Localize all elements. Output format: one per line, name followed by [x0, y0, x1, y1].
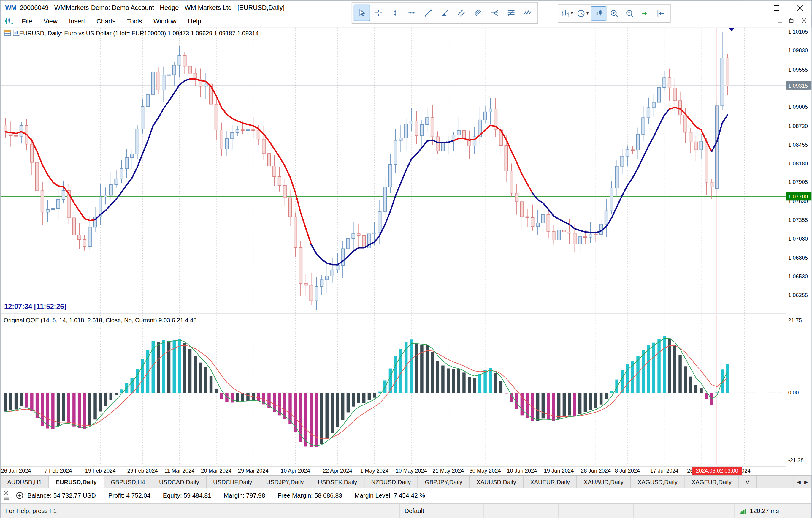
account-metric: Margin: 797.98: [224, 492, 265, 499]
symbol-tabs: AUDUSD,H1EURUSD,DailyGBPUSD,H4USDCAD,Dai…: [1, 476, 757, 488]
candlestick-type-button[interactable]: [591, 6, 606, 21]
fibonacci-retracement-tool-button[interactable]: [503, 5, 519, 21]
regression-channel-tool-button[interactable]: [470, 5, 487, 21]
status-cell-empty: [484, 504, 559, 518]
qqe-axis-label: -21.38: [788, 457, 804, 463]
chart-restore-button[interactable]: [788, 17, 795, 24]
auto-scroll-button[interactable]: [653, 6, 668, 21]
date-axis-label: 1 May 2024: [357, 467, 392, 474]
qqe-slow-line: [5, 346, 727, 439]
qqe-indicator-canvas[interactable]: [1, 315, 786, 465]
mini-chart-icon: [13, 30, 20, 36]
chart-close-button[interactable]: [800, 17, 807, 24]
profile-selector[interactable]: Default: [400, 504, 484, 518]
menu-item-view[interactable]: View: [38, 15, 63, 27]
chevron-down-icon: ▼: [570, 11, 574, 16]
level-price-badge: 1.07700: [786, 192, 812, 200]
expand-positions-button[interactable]: [16, 492, 23, 499]
symbol-tab[interactable]: XAGUSD,Daily: [631, 476, 685, 488]
symbol-tab[interactable]: XAGEUR,Daily: [685, 476, 739, 488]
chart-shift-marker: [729, 28, 734, 31]
price-chart-canvas[interactable]: [1, 27, 786, 313]
symbol-tab[interactable]: XAUAUD,Daily: [577, 476, 631, 488]
status-cell-empty: [634, 504, 735, 518]
symbol-tab[interactable]: USDCHF,Daily: [206, 476, 259, 488]
menu-items: FileViewInsertChartsToolsWindowHelp: [16, 15, 207, 27]
toolbox-menu-button[interactable]: [4, 497, 9, 500]
zoom-in-button[interactable]: [606, 6, 622, 21]
chart-window-controls: [776, 17, 808, 24]
symbol-tab[interactable]: GBPUSD,H4: [104, 476, 152, 488]
connection-bars-icon: [740, 508, 747, 514]
price-axis-label: 1.07355: [788, 217, 808, 223]
equidistant-channel-tool-button[interactable]: [453, 5, 470, 21]
menu-item-tools[interactable]: Tools: [121, 15, 148, 27]
minimize-window-button[interactable]: [742, 1, 765, 15]
trend-angle-icon: [441, 9, 449, 17]
menu-item-window[interactable]: Window: [148, 15, 182, 27]
restore-icon: [789, 18, 794, 23]
date-axis-label: 22 Apr 2024: [320, 467, 355, 474]
date-axis-label: 8 Jul 2024: [610, 467, 645, 474]
account-metric: Free Margin: 58 686.83: [278, 492, 342, 499]
crosshair-tool-button[interactable]: [370, 5, 387, 21]
price-axis[interactable]: 1.101051.098301.095551.092801.090051.087…: [786, 27, 812, 475]
chart-minimize-button[interactable]: [776, 17, 784, 24]
close-toolbox-button[interactable]: [4, 491, 8, 495]
candlesticks: [4, 32, 729, 310]
application-window: WM 20006049 - WMMarkets-Demo: Demo Accou…: [0, 0, 812, 518]
tabs-scroll-right-button[interactable]: ▶: [804, 479, 808, 484]
chart-shift-icon: [641, 9, 649, 18]
ma-line: [5, 79, 727, 265]
symbol-tab[interactable]: XAUEUR,Daily: [523, 476, 577, 488]
connection-status[interactable]: 120.27 ms: [735, 504, 811, 518]
maximize-window-button[interactable]: [765, 1, 788, 15]
quote-panel-icon: [4, 30, 11, 36]
symbol-tab[interactable]: EURUSD,Daily: [49, 476, 104, 488]
chart-type-bars-button[interactable]: ▼: [560, 6, 575, 21]
date-axis[interactable]: 26 Jan 20247 Feb 202419 Feb 202429 Feb 2…: [1, 466, 786, 475]
auto-scroll-icon: [657, 9, 665, 18]
symbol-tab[interactable]: NZDUSD,Daily: [365, 476, 418, 488]
date-axis-label: 10 May 2024: [394, 467, 429, 474]
symbol-tab[interactable]: GBPJPY,Daily: [418, 476, 470, 488]
menu-item-insert[interactable]: Insert: [63, 15, 91, 27]
symbol-tab[interactable]: USDSEK,Daily: [311, 476, 365, 488]
tabs-scroll-left-button[interactable]: ◀: [797, 479, 801, 484]
symbol-tab[interactable]: V: [739, 476, 756, 488]
crosshair-icon: [375, 9, 383, 17]
pitchfork-icon: [490, 9, 499, 17]
trend-angle-tool-button[interactable]: [437, 5, 453, 21]
chart-window[interactable]: EURUSD, Daily: Euro vs US Dollar (1 lot=…: [1, 27, 812, 475]
cursor-tool-button[interactable]: [354, 5, 370, 21]
menu-item-file[interactable]: File: [16, 15, 38, 27]
vertical-line-tool-button[interactable]: [387, 5, 403, 21]
price-axis-label: 1.07905: [788, 179, 808, 185]
chart-shift-button[interactable]: [637, 6, 653, 21]
menu-item-charts[interactable]: Charts: [91, 15, 121, 27]
account-metric: Margin Level: 7 454.42 %: [355, 492, 425, 499]
andrews-pitchfork-tool-button[interactable]: [486, 5, 503, 21]
date-axis-label: 21 May 2024: [431, 467, 466, 474]
timeframes-button[interactable]: ▼: [576, 6, 591, 21]
horizontal-line-tool-button[interactable]: [403, 5, 420, 21]
zoom-out-button[interactable]: [622, 6, 637, 21]
symbol-tab[interactable]: USDCAD,Daily: [152, 476, 206, 488]
minimize-icon: [778, 18, 782, 23]
close-icon: [801, 18, 806, 23]
symbol-tab[interactable]: USDJPY,Daily: [259, 476, 311, 488]
cursor-icon: [358, 9, 366, 17]
elliott-wave-tool-button[interactable]: [519, 5, 536, 21]
menu-item-help[interactable]: Help: [182, 15, 207, 27]
symbol-tab[interactable]: AUDUSD,H1: [1, 476, 49, 488]
symbol-tab[interactable]: XAUUSD,Daily: [470, 476, 524, 488]
cursor-date-badge: 2024.08.02 03:00: [692, 467, 742, 474]
date-axis-label: 17 Jul 2024: [647, 467, 682, 474]
close-window-button[interactable]: [788, 1, 812, 15]
price-axis-label: 1.08730: [788, 123, 808, 129]
line-studies-toolbar: [352, 2, 538, 24]
panel-divider[interactable]: [1, 313, 786, 314]
price-axis-label: 1.06530: [788, 273, 808, 279]
trendline-tool-button[interactable]: [420, 5, 437, 21]
account-metric: Equity: 59 484.81: [163, 492, 211, 499]
